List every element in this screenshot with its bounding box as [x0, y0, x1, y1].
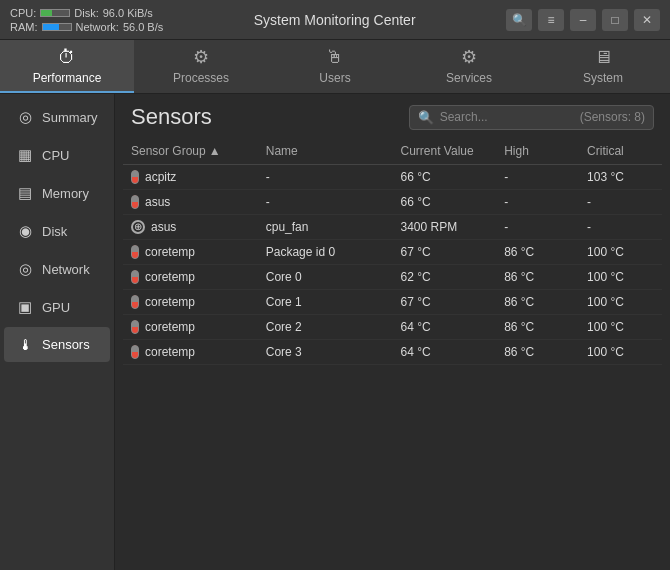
menu-button[interactable]: ≡ — [538, 9, 564, 31]
th-high[interactable]: High — [496, 138, 579, 165]
cell-name: - — [258, 190, 393, 215]
summary-icon: ◎ — [16, 108, 34, 126]
cell-value: 66 °C — [393, 165, 497, 190]
table-row: acpitz - 66 °C - 103 °C — [123, 165, 662, 190]
th-critical-label: Critical — [587, 144, 624, 158]
sidebar-item-summary[interactable]: ◎ Summary — [4, 99, 110, 135]
fan-icon: ⊕ — [131, 220, 145, 234]
sidebar-label-cpu: CPU — [42, 148, 69, 163]
app-title: System Monitoring Center — [163, 12, 506, 28]
disk-icon: ◉ — [16, 222, 34, 240]
cell-high: - — [496, 165, 579, 190]
sidebar-item-gpu[interactable]: ▣ GPU — [4, 289, 110, 325]
sidebar-item-cpu[interactable]: ▦ CPU — [4, 137, 110, 173]
disk-label: Disk: — [74, 7, 98, 19]
sensors-icon: 🌡 — [16, 336, 34, 353]
cell-high: 86 °C — [496, 290, 579, 315]
cell-group: ⊕asus — [123, 215, 258, 240]
th-critical[interactable]: Critical — [579, 138, 662, 165]
sidebar-item-memory[interactable]: ▤ Memory — [4, 175, 110, 211]
cell-critical: 100 °C — [579, 315, 662, 340]
tab-processes[interactable]: ⚙ Processes — [134, 40, 268, 93]
cell-high: - — [496, 215, 579, 240]
sidebar-item-disk[interactable]: ◉ Disk — [4, 213, 110, 249]
search-icon: 🔍 — [418, 110, 434, 125]
sidebar-label-gpu: GPU — [42, 300, 70, 315]
sensors-tbody: acpitz - 66 °C - 103 °C asus - 66 °C - -… — [123, 165, 662, 365]
tab-services-label: Services — [446, 71, 492, 85]
cell-high: 86 °C — [496, 265, 579, 290]
table-row: coretemp Core 3 64 °C 86 °C 100 °C — [123, 340, 662, 365]
th-name-label: Name — [266, 144, 298, 158]
tab-system[interactable]: 🖥 System — [536, 40, 670, 93]
cell-value: 3400 RPM — [393, 215, 497, 240]
cell-value: 64 °C — [393, 340, 497, 365]
cell-name: Package id 0 — [258, 240, 393, 265]
cell-name: Core 2 — [258, 315, 393, 340]
network-label: Network: — [76, 21, 119, 33]
cell-group: coretemp — [123, 265, 258, 290]
ram-bar-fill — [43, 24, 60, 30]
tab-services[interactable]: ⚙ Services — [402, 40, 536, 93]
users-icon: 🖱 — [326, 47, 344, 68]
sidebar: ◎ Summary ▦ CPU ▤ Memory ◉ Disk ◎ Networ… — [0, 94, 115, 570]
performance-icon: ⏱ — [58, 47, 76, 68]
cell-high: - — [496, 190, 579, 215]
table-row: coretemp Core 0 62 °C 86 °C 100 °C — [123, 265, 662, 290]
cell-critical: - — [579, 215, 662, 240]
sidebar-item-network[interactable]: ◎ Network — [4, 251, 110, 287]
main-panel: Sensors 🔍 (Sensors: 8) Sensor Group ▲ — [115, 94, 670, 570]
tab-performance-label: Performance — [33, 71, 102, 85]
titlebar-left: CPU: Disk: 96.0 KiB/s RAM: Network: 56.0… — [10, 7, 163, 33]
cpu-bar-fill — [41, 10, 52, 16]
temp-icon — [131, 345, 139, 359]
cpu-bar — [40, 9, 70, 17]
sensors-table: Sensor Group ▲ Name Current Value High — [123, 138, 662, 365]
cell-critical: 100 °C — [579, 340, 662, 365]
cell-value: 64 °C — [393, 315, 497, 340]
table-row: coretemp Core 2 64 °C 86 °C 100 °C — [123, 315, 662, 340]
temp-icon — [131, 195, 139, 209]
search-input[interactable] — [440, 110, 570, 124]
tab-performance[interactable]: ⏱ Performance — [0, 40, 134, 93]
temp-icon — [131, 170, 139, 184]
th-group-label: Sensor Group — [131, 144, 206, 158]
content-area: ◎ Summary ▦ CPU ▤ Memory ◉ Disk ◎ Networ… — [0, 94, 670, 570]
table-header: Sensor Group ▲ Name Current Value High — [123, 138, 662, 165]
titlebar-controls: 🔍 ≡ – □ ✕ — [506, 9, 660, 31]
ram-bar — [42, 23, 72, 31]
cell-group: coretemp — [123, 290, 258, 315]
minimize-button[interactable]: – — [570, 9, 596, 31]
cell-name: Core 1 — [258, 290, 393, 315]
temp-icon — [131, 320, 139, 334]
table-row: coretemp Core 1 67 °C 86 °C 100 °C — [123, 290, 662, 315]
close-button[interactable]: ✕ — [634, 9, 660, 31]
th-name[interactable]: Name — [258, 138, 393, 165]
disk-value: 96.0 KiB/s — [103, 7, 153, 19]
cell-group: acpitz — [123, 165, 258, 190]
nav-tabs: ⏱ Performance ⚙ Processes 🖱 Users ⚙ Serv… — [0, 40, 670, 94]
th-group[interactable]: Sensor Group ▲ — [123, 138, 258, 165]
search-titlebar-button[interactable]: 🔍 — [506, 9, 532, 31]
temp-icon — [131, 245, 139, 259]
cell-group: asus — [123, 190, 258, 215]
sidebar-label-memory: Memory — [42, 186, 89, 201]
titlebar: CPU: Disk: 96.0 KiB/s RAM: Network: 56.0… — [0, 0, 670, 40]
cell-critical: 100 °C — [579, 290, 662, 315]
sensors-count: (Sensors: 8) — [580, 110, 645, 124]
sidebar-item-sensors[interactable]: 🌡 Sensors — [4, 327, 110, 362]
maximize-button[interactable]: □ — [602, 9, 628, 31]
th-value[interactable]: Current Value — [393, 138, 497, 165]
cell-name: cpu_fan — [258, 215, 393, 240]
processes-icon: ⚙ — [193, 46, 209, 68]
table-row: asus - 66 °C - - — [123, 190, 662, 215]
cell-critical: - — [579, 190, 662, 215]
sidebar-label-network: Network — [42, 262, 90, 277]
cell-critical: 100 °C — [579, 265, 662, 290]
table-row: ⊕asus cpu_fan 3400 RPM - - — [123, 215, 662, 240]
sidebar-label-summary: Summary — [42, 110, 98, 125]
sidebar-label-disk: Disk — [42, 224, 67, 239]
tab-users[interactable]: 🖱 Users — [268, 40, 402, 93]
ram-label: RAM: — [10, 21, 38, 33]
cell-high: 86 °C — [496, 340, 579, 365]
